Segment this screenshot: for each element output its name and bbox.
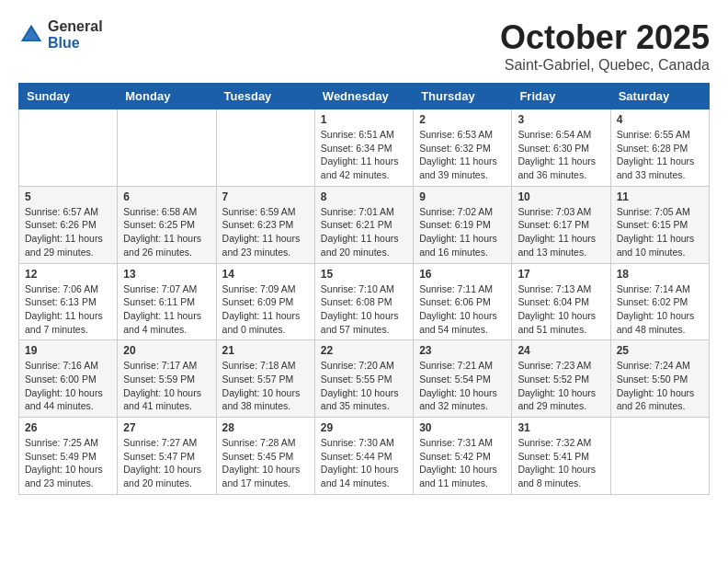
day-info: Sunrise: 6:53 AM Sunset: 6:32 PM Dayligh… xyxy=(419,128,506,182)
day-number: 17 xyxy=(518,268,604,281)
day-info: Sunrise: 7:11 AM Sunset: 6:06 PM Dayligh… xyxy=(419,282,506,337)
day-number: 4 xyxy=(617,113,703,126)
day-number: 29 xyxy=(321,421,407,434)
calendar-cell xyxy=(19,109,118,187)
calendar-cell: 19Sunrise: 7:16 AM Sunset: 6:00 PM Dayli… xyxy=(19,340,118,418)
calendar-cell: 4Sunrise: 6:55 AM Sunset: 6:28 PM Daylig… xyxy=(610,109,709,187)
day-number: 16 xyxy=(419,268,506,281)
day-info: Sunrise: 7:28 AM Sunset: 5:45 PM Dayligh… xyxy=(222,436,309,490)
logo-icon xyxy=(18,22,44,48)
day-number: 22 xyxy=(321,344,407,357)
day-info: Sunrise: 7:14 AM Sunset: 6:02 PM Dayligh… xyxy=(617,282,703,337)
day-info: Sunrise: 6:51 AM Sunset: 6:34 PM Dayligh… xyxy=(321,128,407,182)
calendar-week-1: 1Sunrise: 6:51 AM Sunset: 6:34 PM Daylig… xyxy=(19,109,710,187)
day-info: Sunrise: 7:20 AM Sunset: 5:55 PM Dayligh… xyxy=(321,359,407,413)
day-header-sunday: Sunday xyxy=(19,84,118,109)
day-info: Sunrise: 6:59 AM Sunset: 6:23 PM Dayligh… xyxy=(222,205,309,259)
calendar-cell: 6Sunrise: 6:58 AM Sunset: 6:25 PM Daylig… xyxy=(118,186,216,263)
calendar-cell: 15Sunrise: 7:10 AM Sunset: 6:08 PM Dayli… xyxy=(314,263,413,340)
day-info: Sunrise: 7:10 AM Sunset: 6:08 PM Dayligh… xyxy=(321,282,407,337)
calendar-cell: 30Sunrise: 7:31 AM Sunset: 5:42 PM Dayli… xyxy=(414,418,512,495)
day-number: 8 xyxy=(321,190,407,203)
day-header-monday: Monday xyxy=(118,84,216,109)
calendar-week-2: 5Sunrise: 6:57 AM Sunset: 6:26 PM Daylig… xyxy=(19,186,710,263)
calendar-cell: 12Sunrise: 7:06 AM Sunset: 6:13 PM Dayli… xyxy=(19,263,118,340)
logo-general-text: General xyxy=(48,18,103,35)
day-info: Sunrise: 7:02 AM Sunset: 6:19 PM Dayligh… xyxy=(419,205,506,259)
day-info: Sunrise: 7:24 AM Sunset: 5:50 PM Dayligh… xyxy=(617,359,703,413)
calendar-cell: 20Sunrise: 7:17 AM Sunset: 5:59 PM Dayli… xyxy=(118,340,216,418)
location-title: Saint-Gabriel, Quebec, Canada xyxy=(500,57,710,74)
day-number: 10 xyxy=(518,190,604,203)
day-number: 26 xyxy=(25,421,111,434)
day-info: Sunrise: 7:25 AM Sunset: 5:49 PM Dayligh… xyxy=(25,436,111,490)
calendar-cell: 5Sunrise: 6:57 AM Sunset: 6:26 PM Daylig… xyxy=(19,186,118,263)
day-number: 14 xyxy=(222,268,309,281)
day-number: 20 xyxy=(123,344,210,357)
day-number: 19 xyxy=(25,344,111,357)
calendar-cell: 11Sunrise: 7:05 AM Sunset: 6:15 PM Dayli… xyxy=(610,186,709,263)
calendar-cell: 27Sunrise: 7:27 AM Sunset: 5:47 PM Dayli… xyxy=(118,418,216,495)
page-header: General Blue October 2025 Saint-Gabriel,… xyxy=(18,18,710,74)
day-info: Sunrise: 7:09 AM Sunset: 6:09 PM Dayligh… xyxy=(222,282,309,337)
day-number: 13 xyxy=(123,268,210,281)
day-header-thursday: Thursday xyxy=(414,84,512,109)
logo-text: General Blue xyxy=(48,18,103,51)
day-info: Sunrise: 7:06 AM Sunset: 6:13 PM Dayligh… xyxy=(25,282,111,337)
day-number: 28 xyxy=(222,421,309,434)
day-number: 30 xyxy=(419,421,506,434)
calendar-table: SundayMondayTuesdayWednesdayThursdayFrid… xyxy=(18,83,710,495)
day-number: 5 xyxy=(25,190,111,203)
logo: General Blue xyxy=(18,18,103,51)
day-info: Sunrise: 7:03 AM Sunset: 6:17 PM Dayligh… xyxy=(518,205,604,259)
day-number: 6 xyxy=(123,190,210,203)
logo-blue-text: Blue xyxy=(48,35,103,52)
day-header-wednesday: Wednesday xyxy=(314,84,413,109)
day-info: Sunrise: 7:17 AM Sunset: 5:59 PM Dayligh… xyxy=(123,359,210,413)
day-info: Sunrise: 7:21 AM Sunset: 5:54 PM Dayligh… xyxy=(419,359,506,413)
day-info: Sunrise: 7:05 AM Sunset: 6:15 PM Dayligh… xyxy=(617,205,703,259)
calendar-cell: 1Sunrise: 6:51 AM Sunset: 6:34 PM Daylig… xyxy=(314,109,413,187)
calendar-cell: 22Sunrise: 7:20 AM Sunset: 5:55 PM Dayli… xyxy=(314,340,413,418)
day-number: 11 xyxy=(617,190,703,203)
calendar-cell: 28Sunrise: 7:28 AM Sunset: 5:45 PM Dayli… xyxy=(216,418,314,495)
day-number: 2 xyxy=(419,113,506,126)
month-title: October 2025 xyxy=(500,18,710,57)
day-number: 1 xyxy=(321,113,407,126)
calendar-cell: 13Sunrise: 7:07 AM Sunset: 6:11 PM Dayli… xyxy=(118,263,216,340)
calendar-body: 1Sunrise: 6:51 AM Sunset: 6:34 PM Daylig… xyxy=(19,109,710,495)
calendar-cell: 26Sunrise: 7:25 AM Sunset: 5:49 PM Dayli… xyxy=(19,418,118,495)
calendar-cell: 9Sunrise: 7:02 AM Sunset: 6:19 PM Daylig… xyxy=(414,186,512,263)
day-number: 25 xyxy=(617,344,703,357)
day-info: Sunrise: 7:16 AM Sunset: 6:00 PM Dayligh… xyxy=(25,359,111,413)
day-number: 3 xyxy=(518,113,604,126)
day-info: Sunrise: 7:01 AM Sunset: 6:21 PM Dayligh… xyxy=(321,205,407,259)
calendar-cell xyxy=(216,109,314,187)
day-info: Sunrise: 7:32 AM Sunset: 5:41 PM Dayligh… xyxy=(518,436,604,490)
day-header-tuesday: Tuesday xyxy=(216,84,314,109)
day-number: 12 xyxy=(25,268,111,281)
day-info: Sunrise: 7:27 AM Sunset: 5:47 PM Dayligh… xyxy=(123,436,210,490)
day-number: 23 xyxy=(419,344,506,357)
title-section: October 2025 Saint-Gabriel, Quebec, Cana… xyxy=(500,18,710,74)
calendar-cell: 10Sunrise: 7:03 AM Sunset: 6:17 PM Dayli… xyxy=(512,186,610,263)
day-info: Sunrise: 6:54 AM Sunset: 6:30 PM Dayligh… xyxy=(518,128,604,182)
day-info: Sunrise: 6:57 AM Sunset: 6:26 PM Dayligh… xyxy=(25,205,111,259)
day-info: Sunrise: 7:30 AM Sunset: 5:44 PM Dayligh… xyxy=(321,436,407,490)
calendar-cell: 25Sunrise: 7:24 AM Sunset: 5:50 PM Dayli… xyxy=(610,340,709,418)
calendar-week-4: 19Sunrise: 7:16 AM Sunset: 6:00 PM Dayli… xyxy=(19,340,710,418)
calendar-cell: 7Sunrise: 6:59 AM Sunset: 6:23 PM Daylig… xyxy=(216,186,314,263)
calendar-header: SundayMondayTuesdayWednesdayThursdayFrid… xyxy=(19,84,710,109)
day-info: Sunrise: 7:23 AM Sunset: 5:52 PM Dayligh… xyxy=(518,359,604,413)
calendar-cell: 16Sunrise: 7:11 AM Sunset: 6:06 PM Dayli… xyxy=(414,263,512,340)
calendar-cell: 21Sunrise: 7:18 AM Sunset: 5:57 PM Dayli… xyxy=(216,340,314,418)
calendar-cell: 14Sunrise: 7:09 AM Sunset: 6:09 PM Dayli… xyxy=(216,263,314,340)
day-info: Sunrise: 7:13 AM Sunset: 6:04 PM Dayligh… xyxy=(518,282,604,337)
day-number: 7 xyxy=(222,190,309,203)
day-info: Sunrise: 6:55 AM Sunset: 6:28 PM Dayligh… xyxy=(617,128,703,182)
calendar-cell xyxy=(118,109,216,187)
day-number: 24 xyxy=(518,344,604,357)
day-info: Sunrise: 7:07 AM Sunset: 6:11 PM Dayligh… xyxy=(123,282,210,337)
calendar-cell: 31Sunrise: 7:32 AM Sunset: 5:41 PM Dayli… xyxy=(512,418,610,495)
calendar-cell: 18Sunrise: 7:14 AM Sunset: 6:02 PM Dayli… xyxy=(610,263,709,340)
